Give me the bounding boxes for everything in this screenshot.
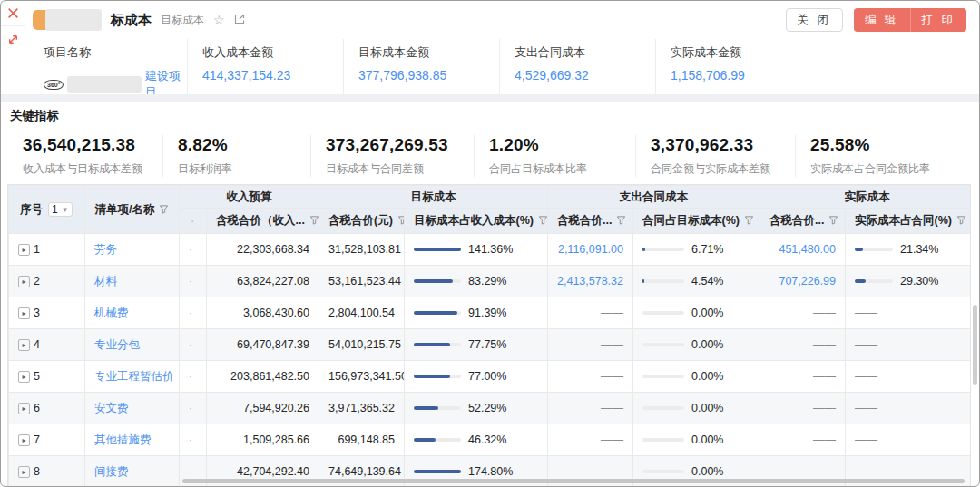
expand-row-icon[interactable]: ▸ — [18, 276, 30, 287]
row-seq: 8 — [34, 465, 40, 478]
truncated-cell: · — [189, 467, 191, 477]
kpi-value: 3,370,962.33 — [651, 135, 795, 155]
stat-contract-cost: 支出合同成本 4,529,669.32 — [499, 39, 655, 94]
subheader-contract-amount[interactable]: 含税合价... — [548, 209, 633, 234]
kpi-label: 目标利润率 — [178, 161, 310, 177]
filter-funnel-icon[interactable] — [616, 215, 626, 228]
percent-value: 0.00% — [691, 402, 723, 414]
stat-actual-cost: 实际成本金额 1,158,706.99 — [655, 39, 811, 94]
edit-button[interactable]: 编 辑 — [854, 8, 910, 32]
subheader-target-amount[interactable]: 含税合价(元) — [319, 209, 405, 234]
percent-bar — [414, 343, 461, 346]
truncated-cell: · — [189, 245, 191, 255]
truncated-cell: · — [189, 340, 191, 350]
amount-value: 53,161,523.44 — [328, 275, 401, 287]
amount-value: 156,973,341.50 — [328, 370, 405, 383]
filter-funnel-icon[interactable] — [744, 215, 754, 228]
stat-income-cost: 收入成本金额 414,337,154.23 — [187, 39, 343, 94]
stat-label: 支出合同成本 — [514, 44, 655, 61]
open-external-icon[interactable] — [234, 14, 245, 26]
seq-filter-dropdown[interactable]: 1 ▼ — [48, 202, 73, 217]
expand-row-icon[interactable]: ▸ — [18, 244, 30, 256]
kpi-section-title: 关键指标 — [10, 108, 979, 124]
expand-row-icon[interactable]: ▸ — [18, 466, 30, 478]
stat-label: 收入成本金额 — [202, 44, 343, 61]
print-button[interactable]: 打 印 — [911, 8, 966, 32]
percent-value: 0.00% — [691, 433, 723, 446]
horizontal-scrollbar[interactable] — [182, 479, 965, 483]
stat-value: 4,529,669.32 — [514, 68, 655, 83]
amount-value: 7,594,920.26 — [243, 402, 309, 414]
filter-funnel-icon[interactable] — [956, 215, 966, 228]
filter-funnel-icon[interactable] — [397, 215, 405, 228]
amount-value: —— — [601, 402, 623, 414]
vertical-scrollbar[interactable] — [973, 305, 977, 385]
expand-row-icon[interactable]: ▸ — [18, 403, 30, 414]
expand-row-icon[interactable]: ▸ — [18, 339, 30, 351]
filter-funnel-icon[interactable] — [828, 215, 838, 228]
amount-value: 1,509,285.66 — [243, 433, 309, 446]
empty-value: —— — [855, 338, 877, 351]
kpi-item-4: 3,370,962.33合同金额与实际成本差额 — [635, 135, 795, 177]
row-seq: 5 — [34, 370, 40, 383]
amount-value: 31,528,103.81 — [328, 243, 401, 256]
item-name-link[interactable]: 专业分包 — [94, 338, 140, 351]
item-name-link[interactable]: 安文费 — [94, 402, 129, 414]
stat-value: 377,796,938.85 — [358, 68, 499, 83]
close-icon[interactable] — [1, 1, 24, 26]
row-seq: 3 — [34, 307, 40, 319]
action-button-group: 编 辑 打 印 — [854, 8, 966, 32]
truncated-cell: · — [189, 277, 191, 287]
name-column-header[interactable]: 清单项/名称 — [85, 186, 180, 234]
truncated-cell: · — [189, 308, 191, 318]
percent-bar — [414, 470, 461, 473]
subheader-actual-amount[interactable]: 含税合价... — [760, 209, 846, 234]
table-row: ▸1劳务·22,303,668.3431,528,103.81141.36%2,… — [9, 234, 972, 266]
percent-value: 77.00% — [468, 370, 506, 383]
table-row: ▸5专业工程暂估价·203,861,482.50156,973,341.5077… — [9, 361, 972, 393]
amount-value: —— — [601, 370, 623, 383]
filter-funnel-icon[interactable] — [538, 215, 548, 228]
expand-fullscreen-icon[interactable] — [1, 26, 24, 52]
stat-value: 1,158,706.99 — [671, 68, 811, 83]
amount-value: —— — [601, 465, 623, 478]
item-name-link[interactable]: 其他措施费 — [94, 433, 152, 446]
table-row: ▸7其他措施费·1,509,285.66699,148.8546.32%——0.… — [9, 424, 972, 456]
favorite-star-icon[interactable]: ☆ — [213, 14, 225, 26]
amount-value: 74,649,139.64 — [328, 465, 401, 478]
project-info-row: 项目名称 360° 建设项目 收入成本金额 414,337,154.23 目标成… — [25, 39, 979, 94]
subheader-target-pct[interactable]: 目标成本占收入成本(%) — [405, 209, 548, 234]
subheader-actual-pct[interactable]: 实际成本占合同(%) — [846, 209, 972, 234]
subheader-contract-pct[interactable]: 合同占目标成本(%) — [633, 209, 760, 234]
item-name-link[interactable]: 材料 — [94, 275, 117, 287]
expand-row-icon[interactable]: ▸ — [18, 307, 30, 319]
item-name-link[interactable]: 劳务 — [94, 243, 117, 256]
amount-value: 22,303,668.34 — [237, 243, 309, 256]
table-row: ▸6安文费·7,594,920.263,971,365.3252.29%——0.… — [9, 393, 972, 424]
expand-row-icon[interactable]: ▸ — [18, 434, 30, 446]
filter-funnel-icon[interactable] — [309, 215, 319, 228]
item-name-link[interactable]: 机械费 — [94, 307, 129, 319]
percent-bar — [642, 406, 684, 410]
percent-bar — [414, 279, 461, 283]
percent-bar — [414, 311, 461, 315]
amount-value: —— — [813, 433, 836, 446]
percent-bar — [642, 279, 684, 283]
percent-value: 91.39% — [468, 307, 506, 319]
item-name-link[interactable]: 专业工程暂估价 — [94, 370, 174, 383]
filter-funnel-icon[interactable] — [159, 204, 169, 217]
amount-value: 2,116,091.00 — [558, 243, 623, 256]
expand-row-icon[interactable]: ▸ — [18, 371, 30, 383]
percent-value: 174.80% — [468, 465, 513, 478]
amount-value: 3,068,430.60 — [243, 307, 309, 319]
subheader-income-amount[interactable]: 含税合价（收入... — [207, 209, 319, 234]
amount-value: 451,480.00 — [779, 243, 836, 256]
close-button[interactable]: 关 闭 — [786, 8, 843, 32]
item-name-link[interactable]: 间接费 — [94, 465, 129, 478]
amount-value: 63,824,227.08 — [237, 275, 309, 287]
percent-bar — [855, 279, 893, 283]
kpi-label: 收入成本与目标成本差额 — [23, 161, 162, 177]
kpi-label: 合同金额与实际成本差额 — [651, 161, 795, 177]
percent-bar — [642, 375, 684, 378]
percent-bar — [642, 248, 684, 251]
